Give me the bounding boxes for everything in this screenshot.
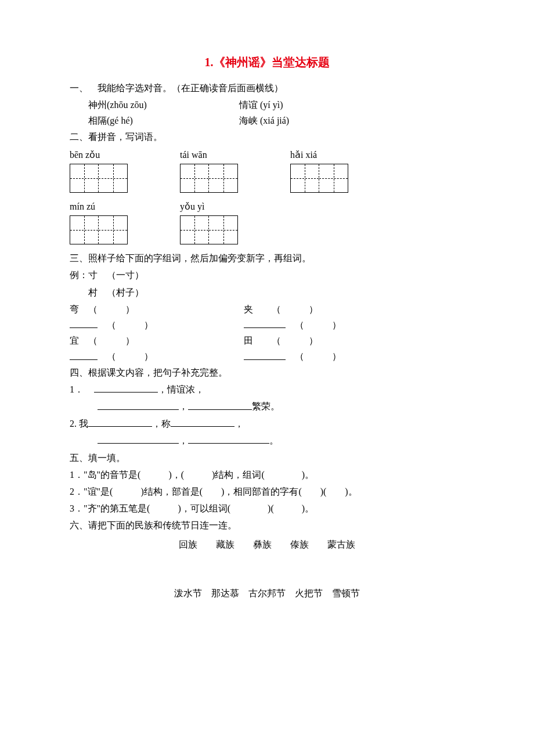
s4-l2-mid: ，称	[152, 419, 171, 429]
s6-bottom-line: 泼水节 那达慕 古尔邦节 火把节 雪顿节	[70, 585, 464, 601]
s3-row-4b: （ ）	[244, 348, 341, 364]
s4-l3-end: 。	[269, 435, 279, 445]
s4-l3-mid: ，	[179, 435, 188, 445]
writing-grid[interactable]	[70, 164, 128, 193]
s3-row-2: （ ） （ ）	[70, 317, 464, 333]
writing-grid[interactable]	[180, 215, 238, 244]
s1-row-1-right: 情谊 (yí yì)	[239, 97, 283, 113]
writing-grid[interactable]	[290, 164, 348, 193]
s5-item-1: 1．"岛"的音节是( )，( )结构，组词( )。	[70, 467, 464, 483]
s1-row-2-left: 相隔(gé hé)	[88, 113, 239, 128]
s3-row-3a: 宜 （ ）	[70, 333, 244, 348]
s4-l1b-tail: 繁荣。	[252, 402, 280, 412]
s2-py-1: bēn zǒu	[70, 147, 180, 163]
s3-row-3b: 田 （ ）	[244, 333, 318, 348]
writing-grid[interactable]	[180, 164, 238, 193]
s2-py-4: mín zú	[70, 199, 180, 214]
s1-row-1-left: 神州(zhōu zōu)	[88, 97, 239, 113]
s4-l2-num: 2. 我	[70, 419, 88, 429]
section-1-heading: 一、 我能给字选对音。（在正确读音后面画横线）	[70, 80, 464, 96]
s4-l1-tail: ，情谊浓，	[158, 384, 204, 394]
s3-row-3: 宜 （ ） 田 （ ）	[70, 333, 464, 348]
s3-row-2a: （ ）	[70, 317, 244, 333]
s2-py-2: tái wān	[180, 147, 290, 163]
s3-row-1b: 夹 （ ）	[244, 301, 318, 317]
s5-item-3: 3．"齐"的第五笔是( )，可以组词( )( )。	[70, 501, 464, 516]
s4-line-1: 1．，情谊浓，	[70, 381, 464, 397]
s2-pinyin-row-2: mín zú yǒu yì	[70, 199, 464, 214]
s6-top-line: 回族 藏族 彝族 傣族 蒙古族	[70, 537, 464, 552]
writing-grid[interactable]	[70, 215, 128, 244]
s3-example-2: 村 （村子）	[70, 285, 464, 300]
section-2-heading: 二、看拼音，写词语。	[70, 129, 464, 145]
s4-l1-num: 1．	[70, 384, 84, 394]
s3-row-1: 弯 （ ） 夹 （ ）	[70, 301, 464, 317]
s4-l1b-mid: ，	[179, 402, 188, 412]
s2-grid-row-2	[70, 215, 464, 244]
s4-line-1b: ，繁荣。	[70, 398, 464, 414]
s1-row-1: 神州(zhōu zōu) 情谊 (yí yì)	[70, 97, 464, 113]
s2-py-3: hǎi xiá	[290, 147, 400, 163]
s4-l2-end: ，	[234, 419, 244, 429]
s3-row-2b: （ ）	[244, 317, 341, 333]
s1-row-2-right: 海峡 (xiá jiá)	[239, 113, 289, 128]
s3-example-1: 例：寸 （一寸）	[70, 267, 464, 283]
s4-line-2: 2. 我，称，	[70, 416, 464, 431]
s3-row-4: （ ） （ ）	[70, 348, 464, 364]
s3-row-4a: （ ）	[70, 348, 244, 364]
s2-grid-row-1	[70, 164, 464, 193]
section-3-heading: 三、照样子给下面的字组词，然后加偏旁变新字，再组词。	[70, 250, 464, 266]
s1-row-2: 相隔(gé hé) 海峡 (xiá jiá)	[70, 113, 464, 128]
s2-py-5: yǒu yì	[180, 199, 290, 214]
s4-line-3: ，。	[70, 433, 464, 448]
s2-pinyin-row-1: bēn zǒu tái wān hǎi xiá	[70, 147, 464, 163]
page-title: 1.《神州谣》当堂达标题	[70, 52, 464, 72]
section-4-heading: 四、根据课文内容，把句子补充完整。	[70, 365, 464, 380]
s5-item-2: 2．"谊"是( )结构，部首是( )，相同部首的字有( )( )。	[70, 484, 464, 499]
section-6-heading: 六、请把下面的民族和传统节日连一连。	[70, 517, 464, 533]
section-5-heading: 五、填一填。	[70, 450, 464, 466]
s3-row-1a: 弯 （ ）	[70, 301, 244, 317]
